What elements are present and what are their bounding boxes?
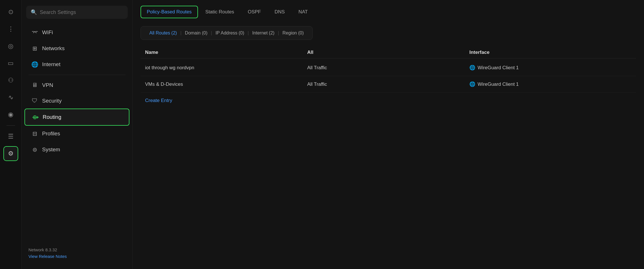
sidebar-item-networks[interactable]: ⊞ Networks <box>24 40 129 56</box>
tab-nat[interactable]: NAT <box>292 6 314 18</box>
system-icon: ⊜ <box>31 146 38 153</box>
row-1-interface-cell: 🌐 WireGuard Client 1 <box>469 65 631 71</box>
sidebar-footer: Network 8.3.32 View Release Notes <box>22 243 132 263</box>
globe-icon-1: 🌐 <box>469 65 475 71</box>
wave-icon-btn[interactable]: ∿ <box>3 90 18 105</box>
globe-icon-2: 🌐 <box>469 81 475 87</box>
wifi-icon: ⌤ <box>31 29 38 36</box>
icon-bar: ⊙ ⋮ ◎ ▭ ⚇ ∿ ◉ ☰ ⚙ <box>0 0 22 269</box>
vpn-icon: 🖥 <box>31 82 38 88</box>
sidebar-divider-1 <box>28 75 125 75</box>
row-2-name: VMs & D-Devices <box>145 81 307 87</box>
sidebar-item-internet[interactable]: 🌐 Internet <box>24 56 129 72</box>
tabs-bar: Policy-Based Routes Static Routes OSPF D… <box>133 0 644 18</box>
header-interface: Interface <box>469 50 631 55</box>
group-icon-btn[interactable]: ⚇ <box>3 73 18 88</box>
content-area: All Routes (2) | Domain (0) | IP Address… <box>133 18 644 269</box>
sidebar-label-profiles: Profiles <box>42 131 60 137</box>
sidebar-item-profiles[interactable]: ⊟ Profiles <box>24 126 129 142</box>
sidebar-item-wifi[interactable]: ⌤ WiFi <box>24 25 129 40</box>
filter-ip-address[interactable]: IP Address (0) <box>212 29 247 37</box>
search-input[interactable] <box>40 9 123 15</box>
table-row[interactable]: VMs & D-Devices All Traffic 🌐 WireGuard … <box>141 76 636 93</box>
sidebar-label-vpn: VPN <box>42 82 53 88</box>
security-icon: 🛡 <box>31 97 38 104</box>
route-table: Name All Interface iot through wg nordvp… <box>141 47 636 109</box>
table-header: Name All Interface <box>141 47 636 58</box>
row-1-interface: WireGuard Client 1 <box>478 65 519 71</box>
sidebar-item-vpn[interactable]: 🖥 VPN <box>24 77 129 93</box>
sidebar-label-networks: Networks <box>42 45 65 52</box>
tab-policy-based-routes[interactable]: Policy-Based Routes <box>141 6 198 18</box>
sidebar-item-system[interactable]: ⊜ System <box>24 142 129 158</box>
sidebar-label-internet: Internet <box>42 61 60 68</box>
user-icon-btn[interactable]: ⊙ <box>3 5 18 19</box>
header-name: Name <box>145 50 307 55</box>
tab-static-routes[interactable]: Static Routes <box>199 6 240 18</box>
tab-dns[interactable]: DNS <box>268 6 291 18</box>
icon-bar-divider <box>7 125 15 126</box>
row-1-all: All Traffic <box>307 65 469 71</box>
version-text: Network 8.3.32 <box>28 247 125 252</box>
release-notes-link[interactable]: View Release Notes <box>28 254 125 259</box>
sidebar-label-wifi: WiFi <box>42 29 53 36</box>
list-icon-btn[interactable]: ☰ <box>3 129 18 144</box>
create-entry-button[interactable]: Create Entry <box>141 93 177 109</box>
filter-region[interactable]: Region (0) <box>279 29 307 37</box>
filter-domain[interactable]: Domain (0) <box>181 29 211 37</box>
sidebar-item-routing[interactable]: ⟴ Routing <box>24 109 129 126</box>
profiles-icon: ⊟ <box>31 130 38 137</box>
filter-all-routes[interactable]: All Routes (2) <box>146 29 180 37</box>
row-2-interface: WireGuard Client 1 <box>478 81 519 87</box>
tab-ospf[interactable]: OSPF <box>242 6 267 18</box>
settings-icon-btn[interactable]: ⚙ <box>3 146 18 161</box>
network-icon-btn[interactable]: ⋮ <box>3 22 18 36</box>
sidebar-label-system: System <box>42 146 60 153</box>
row-2-interface-cell: 🌐 WireGuard Client 1 <box>469 81 631 87</box>
row-1-name: iot through wg nordvpn <box>145 65 307 71</box>
monitor-icon-btn[interactable]: ▭ <box>3 56 18 71</box>
sidebar: 🔍 ⌤ WiFi ⊞ Networks 🌐 Internet 🖥 VPN 🛡 S… <box>22 0 133 269</box>
sidebar-label-routing: Routing <box>43 114 61 120</box>
target-icon-btn[interactable]: ◎ <box>3 39 18 54</box>
row-2-all: All Traffic <box>307 81 469 87</box>
filter-internet[interactable]: Internet (2) <box>249 29 278 37</box>
filter-bar: All Routes (2) | Domain (0) | IP Address… <box>141 26 313 40</box>
sidebar-item-security[interactable]: 🛡 Security <box>24 93 129 109</box>
routing-icon: ⟴ <box>32 114 39 121</box>
main-content: Policy-Based Routes Static Routes OSPF D… <box>133 0 644 269</box>
sidebar-label-security: Security <box>42 98 62 104</box>
search-icon: 🔍 <box>31 9 37 15</box>
networks-icon: ⊞ <box>31 45 38 52</box>
table-row[interactable]: iot through wg nordvpn All Traffic 🌐 Wir… <box>141 60 636 76</box>
internet-icon: 🌐 <box>31 61 38 68</box>
header-all: All <box>307 50 469 55</box>
search-box[interactable]: 🔍 <box>26 6 128 19</box>
circle-icon-btn[interactable]: ◉ <box>3 107 18 122</box>
